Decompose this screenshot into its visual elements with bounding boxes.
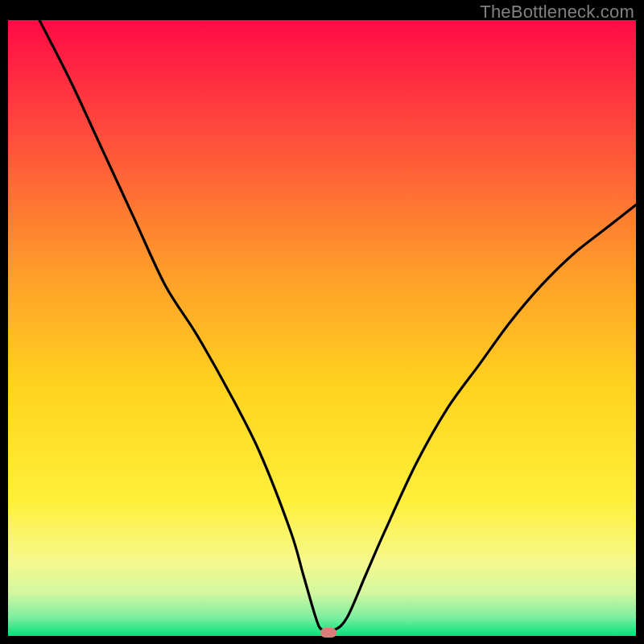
chart-frame xyxy=(8,20,636,636)
gradient-background xyxy=(8,20,636,636)
optimal-point-marker xyxy=(320,628,336,638)
bottleneck-chart xyxy=(8,20,636,636)
